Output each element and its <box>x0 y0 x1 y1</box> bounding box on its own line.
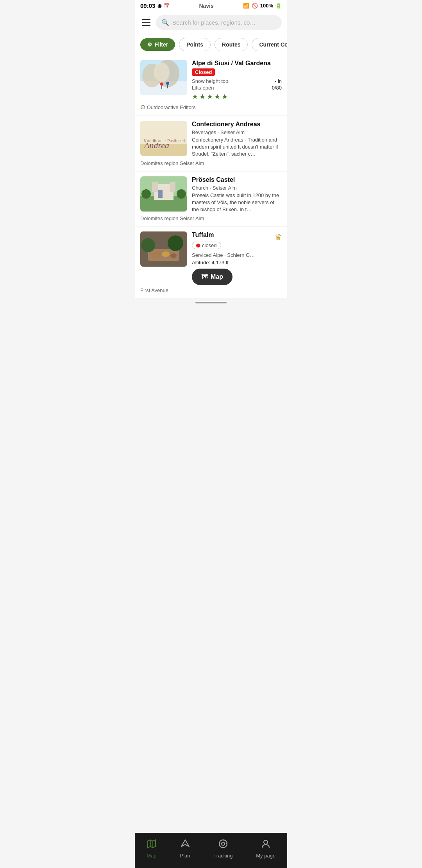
filter-icon: ⚙ <box>147 41 152 48</box>
current-con-button[interactable]: Current Con <box>252 38 287 51</box>
search-placeholder: Search for places, regions, co… <box>172 19 256 26</box>
status-time: 09:03 <box>140 2 155 9</box>
scroll-indicator <box>135 299 287 307</box>
card-category-prosels: Church · Seiser Alm <box>192 185 282 191</box>
svg-text:Konditorei · Pasticceria: Konditorei · Pasticceria <box>143 138 187 143</box>
routes-label: Routes <box>222 41 240 48</box>
svg-point-23 <box>151 252 161 258</box>
filter-button[interactable]: ⚙ Filter <box>140 38 175 51</box>
svg-point-24 <box>162 251 170 257</box>
card-category-tuffalm: Serviced Alpe · Schlern G… <box>192 252 255 258</box>
svg-rect-17 <box>170 182 175 192</box>
search-bar[interactable]: 🔍 Search for places, regions, co… <box>156 15 282 30</box>
menu-button[interactable] <box>140 18 152 28</box>
svg-rect-18 <box>158 190 163 198</box>
star-rating: ★ ★ ★ ★ ★ <box>192 92 282 101</box>
thumb-confectionery[interactable]: ☕ Andrea Konditorei · Pasticceria <box>140 121 187 156</box>
routes-button[interactable]: Routes <box>215 38 248 51</box>
altitude-info: Altitude: 4,173 ft <box>192 260 282 265</box>
map-btn-label: Map <box>211 273 223 280</box>
snow-height-label: Snow height top <box>192 78 228 84</box>
snow-height-value: - in <box>275 78 282 84</box>
card-title-alpe: Alpe di Siusi / Val Gardena <box>192 60 282 67</box>
card-title-andreas: Confectionery Andreas <box>192 121 282 128</box>
filter-label: Filter <box>155 41 168 48</box>
map-button[interactable]: 🗺 Map <box>192 269 232 285</box>
thumb-tuffalm[interactable]: 🏠 <box>140 231 187 267</box>
card-title-tuffalm: Tuffalm <box>192 231 214 239</box>
card-prosels-castel: ⛪ Prösels Castel Church · Seiser Alm <box>135 172 287 226</box>
card-desc-prosels: Prösels Castle was built in 1200 by the … <box>192 192 282 213</box>
svg-point-26 <box>141 238 155 252</box>
points-label: Points <box>186 41 203 48</box>
card-alpe-di-siusi: 🎿 Alpe di Siusi / Val Gardena Cl <box>135 55 287 115</box>
author-name: Outdooractive Editors <box>147 104 196 110</box>
premium-crown-icon: ♛ <box>275 232 282 242</box>
status-badge-alpe: Closed <box>192 68 215 76</box>
lifts-label: Lifts open <box>192 85 214 91</box>
card-desc-andreas: Confectionery Andreas - Tradition and mo… <box>192 136 282 158</box>
svg-point-7 <box>166 82 169 85</box>
lifts-value: 0/80 <box>272 85 282 91</box>
altitude-value: 4,173 ft <box>212 260 229 265</box>
svg-point-25 <box>170 253 177 258</box>
search-icon: 🔍 <box>161 19 169 26</box>
content: 🎿 Alpe di Siusi / Val Gardena Cl <box>135 55 287 342</box>
thumb-alpe-di-siusi[interactable]: 🎿 <box>140 60 187 95</box>
svg-point-27 <box>168 235 183 251</box>
svg-point-19 <box>141 189 151 199</box>
card-region-andreas: Dolomites region Seiser Alm <box>140 160 282 166</box>
filter-row: ⚙ Filter Points Routes Current Con <box>135 34 287 55</box>
altitude-label: Altitude: <box>192 260 210 265</box>
current-con-label: Current Con <box>259 41 287 48</box>
header: 🔍 Search for places, regions, co… <box>135 11 287 34</box>
map-btn-icon: 🗺 <box>201 273 207 280</box>
status-bar: 09:03 ◉ 📅 Navis 📶 🚫 100% 🔋 <box>135 0 287 11</box>
author-icon: ⊙ <box>140 104 145 110</box>
battery-level: 100% <box>260 3 273 9</box>
app-name: Navis <box>199 3 213 9</box>
card-region-tuffalm: First Avenue <box>140 287 282 293</box>
card-title-prosels: Prösels Castel <box>192 176 282 183</box>
card-confectionery-andreas: ☕ Andrea Konditorei · Pasticceria Confec… <box>135 116 287 171</box>
status-dot-badge: closed <box>192 242 221 249</box>
points-button[interactable]: Points <box>179 38 211 51</box>
card-category-andreas: Beverages · Seiser Alm <box>192 129 282 135</box>
svg-point-5 <box>160 82 163 86</box>
closed-dot <box>196 244 200 247</box>
svg-point-4 <box>154 63 170 82</box>
thumb-prosels[interactable]: ⛪ <box>140 176 187 212</box>
card-region-prosels: Dolomites region Seiser Alm <box>140 215 282 221</box>
tuffalm-status: closed <box>202 242 217 248</box>
svg-rect-16 <box>152 182 158 192</box>
card-author: ⊙ Outdooractive Editors <box>140 103 282 111</box>
svg-point-20 <box>177 189 186 199</box>
card-tuffalm: 🏠 Tuffalm ♛ <box>135 227 287 298</box>
